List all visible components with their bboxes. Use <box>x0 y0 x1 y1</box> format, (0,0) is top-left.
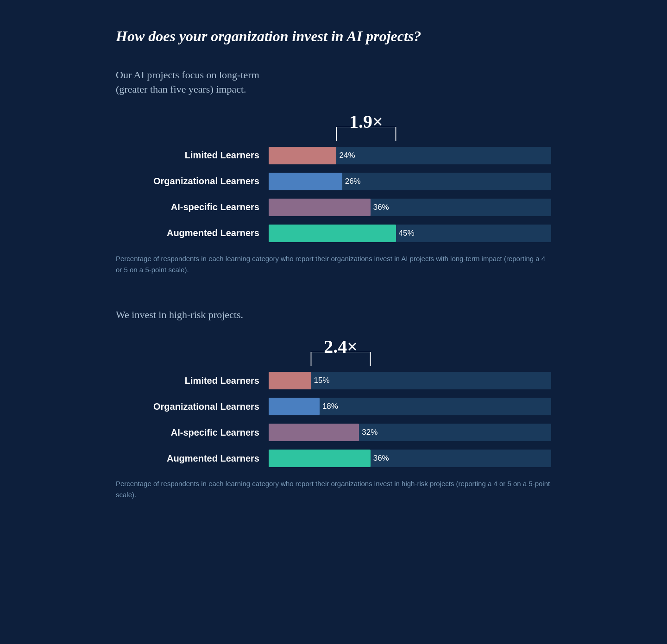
chart2-row-augmented: Augmented Learners 36% <box>116 450 551 467</box>
chart1-bar-fill-augmented <box>269 225 396 242</box>
chart1-bar-fill-ai <box>269 199 371 216</box>
chart2-bar-fill-ai <box>269 424 359 441</box>
chart1-row-limited: Limited Learners 24% <box>116 147 551 164</box>
chart2-section: We invest in high-risk projects. 2.4× <box>116 308 551 501</box>
chart1-bar-org-container: 26% <box>269 173 551 190</box>
chart1-bracket-svg <box>269 127 551 143</box>
chart1-bar-label-augmented: 45% <box>399 229 415 238</box>
chart1-bar-fill-limited <box>269 147 336 164</box>
chart1-bar-ai-container: 36% <box>269 199 551 216</box>
chart1-row-augmented: Augmented Learners 45% <box>116 225 551 242</box>
chart1-footnote: Percentage of respondents in each learni… <box>116 253 551 275</box>
chart2-bar-label-augmented: 36% <box>373 454 389 463</box>
chart1-bar-label-org: 26% <box>345 177 361 186</box>
chart2-bracket-svg <box>269 352 551 368</box>
chart1-section: Our AI projects focus on long-term (grea… <box>116 68 551 275</box>
chart1-row-ai: AI-specific Learners 36% <box>116 199 551 216</box>
chart1-label-limited: Limited Learners <box>116 150 269 161</box>
chart2-label-org: Organizational Learners <box>116 401 269 412</box>
chart1-bar-label-ai: 36% <box>373 203 389 212</box>
chart2-label-ai: AI-specific Learners <box>116 427 269 438</box>
chart2-bar-fill-augmented <box>269 450 371 467</box>
chart2-subtitle: We invest in high-risk projects. <box>116 308 551 322</box>
chart2-bar-ai-container: 32% <box>269 424 551 441</box>
page-container: How does your organization invest in AI … <box>79 0 588 561</box>
chart2-row-ai: AI-specific Learners 32% <box>116 424 551 441</box>
chart2-row-limited: Limited Learners 15% <box>116 372 551 389</box>
chart2-bar-label-limited: 15% <box>314 376 330 385</box>
chart2-footnote: Percentage of respondents in each learni… <box>116 478 551 500</box>
chart2-row-org: Organizational Learners 18% <box>116 398 551 415</box>
chart2-bar-limited-container: 15% <box>269 372 551 389</box>
chart2-bar-fill-limited <box>269 372 311 389</box>
chart1-subtitle: Our AI projects focus on long-term (grea… <box>116 68 551 97</box>
chart1-bar-augmented-container: 45% <box>269 225 551 242</box>
chart2-bar-bg-limited <box>269 372 551 389</box>
chart1-bar-limited-container: 24% <box>269 147 551 164</box>
chart1-rows: Limited Learners 24% Organizational Lear… <box>116 147 551 242</box>
chart2-bar-augmented-container: 36% <box>269 450 551 467</box>
chart2-label-augmented: Augmented Learners <box>116 453 269 464</box>
chart1-label-ai: AI-specific Learners <box>116 202 269 213</box>
chart2-bar-label-org: 18% <box>322 402 338 411</box>
page-title: How does your organization invest in AI … <box>116 28 551 45</box>
chart1-label-org: Organizational Learners <box>116 176 269 187</box>
chart1-bar-fill-org <box>269 173 342 190</box>
chart1-bar-label-limited: 24% <box>340 151 355 160</box>
chart2-bar-fill-org <box>269 398 320 415</box>
chart2-bar-label-ai: 32% <box>362 428 378 437</box>
chart2-label-limited: Limited Learners <box>116 375 269 386</box>
chart2-bar-org-container: 18% <box>269 398 551 415</box>
chart1-row-org: Organizational Learners 26% <box>116 173 551 190</box>
chart1-label-augmented: Augmented Learners <box>116 228 269 238</box>
chart2-rows: Limited Learners 15% Organizational Lear… <box>116 372 551 467</box>
